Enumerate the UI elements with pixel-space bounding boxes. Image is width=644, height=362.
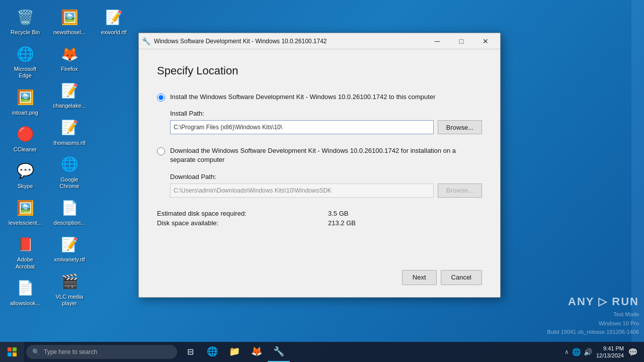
desktop-icon-recycle-bin[interactable]: 🗑️ Recycle Bin [5, 5, 45, 38]
taskbar-sdk-icon: 🔧 [273, 346, 284, 357]
adobe-label: Adobe Acrobat [7, 256, 43, 269]
desktop-icon-levelsscient[interactable]: 🖼️ levelsscient... [5, 196, 45, 228]
system-clock[interactable]: 9:41 PM 12/13/2024 [596, 345, 624, 359]
option1-label[interactable]: Install the Windows Software Development… [170, 93, 436, 102]
taskbar: 🔍 Type here to search ⊟ 🌐 📁 🦊 🔧 ∧ 🌐 🔊 [0, 342, 644, 362]
dialog-title-icon: 🔧 [142, 37, 150, 45]
exworld-icon: 📝 [104, 7, 124, 27]
notification-icon[interactable]: 💬 [628, 347, 638, 357]
maximize-button[interactable]: □ [450, 34, 473, 48]
edge-label: Microsoft Edge [7, 66, 43, 79]
vlc-label: VLC media player [51, 294, 88, 307]
watermark-os: Windows 10 Pro [547, 319, 639, 328]
taskbar-app-sdk[interactable]: 🔧 [268, 342, 290, 362]
disk-available-value: 213.2 GB [328, 219, 356, 227]
desktop-icon-thomasms[interactable]: 📝 thomasms.rtf [49, 116, 90, 148]
ccleaner-icon: 🔴 [15, 124, 35, 144]
clock-date: 12/13/2024 [596, 352, 624, 359]
svg-rect-2 [8, 352, 12, 356]
intoart-icon: 🖼️ [15, 87, 35, 108]
taskbar-task-view[interactable]: ⊟ [179, 342, 201, 362]
desktop-icon-intoart[interactable]: 🖼️ intoart.png [5, 85, 45, 118]
download-path-input [170, 184, 434, 198]
disk-estimated-row: Estimated disk space required: 3.5 GB [157, 210, 482, 217]
minimize-button[interactable]: ─ [426, 34, 449, 48]
next-button[interactable]: Next [402, 270, 437, 285]
levelsscient-label: levelsscient... [9, 220, 42, 226]
tray-chevron-icon[interactable]: ∧ [565, 348, 569, 355]
dialog-content: Specify Location Install the Windows Sof… [139, 49, 500, 262]
intoart-label: intoart.png [12, 110, 38, 116]
firefox-icon: 🦊 [59, 44, 79, 64]
disk-available-row: Disk space available: 213.2 GB [157, 219, 482, 227]
desktop-icon-skype[interactable]: 💬 Skype [5, 159, 45, 192]
taskbar-explorer-icon: 📁 [229, 346, 240, 357]
close-button[interactable]: ✕ [474, 34, 497, 48]
install-path-label: Install Path: [170, 110, 482, 117]
desktop-icon-newsthosel[interactable]: 🖼️ newsthosel... [49, 5, 90, 38]
svg-rect-0 [8, 347, 12, 351]
skype-label: Skype [18, 183, 33, 190]
desktop-icons-area: 🗑️ Recycle Bin 🌐 Microsoft Edge 🖼️ intoa… [5, 5, 131, 337]
taskbar-search[interactable]: 🔍 Type here to search [26, 345, 177, 359]
desktop-icon-exworld[interactable]: 📝 exworld.rtf [94, 5, 134, 38]
desktop-icon-chrome[interactable]: 🌐 Google Chrome [49, 152, 90, 192]
windows-logo-icon [8, 347, 17, 356]
desktop-icon-description[interactable]: 📄 description... [49, 196, 90, 228]
taskbar-right-area: ∧ 🌐 🔊 9:41 PM 12/13/2024 💬 [565, 345, 644, 359]
taskbar-app-firefox[interactable]: 🦊 [246, 342, 268, 362]
taskbar-firefox-icon: 🦊 [251, 346, 262, 357]
desktop-icon-allowslook[interactable]: 📄 allowslook... [5, 276, 45, 309]
download-path-label: Download Path: [170, 173, 482, 180]
vlc-icon: 🎬 [59, 272, 79, 292]
svg-rect-1 [13, 347, 17, 351]
option1-radio[interactable] [157, 94, 165, 102]
clock-time: 9:41 PM [603, 345, 624, 352]
dialog-footer: Next Cancel [139, 262, 500, 297]
desktop-icon-ccleaner[interactable]: 🔴 CCleaner [5, 122, 45, 155]
search-placeholder: Type here to search [44, 348, 97, 355]
sdk-installer-dialog: 🔧 Windows Software Development Kit - Win… [138, 33, 501, 298]
description-label: description... [54, 220, 85, 226]
watermark-area: ANY ▷ RUN Test Mode Windows 10 Pro Build… [547, 293, 639, 337]
dialog-title-text: Windows Software Development Kit - Windo… [154, 38, 426, 45]
dialog-titlebar: 🔧 Windows Software Development Kit - Win… [139, 33, 500, 49]
desktop-icon-firefox[interactable]: 🦊 Firefox [49, 42, 90, 74]
start-button[interactable] [0, 342, 24, 362]
adobe-icon: 📕 [15, 234, 35, 254]
exworld-label: exworld.rtf [101, 29, 127, 36]
desktop-icon-changelake[interactable]: 📝 changelake... [49, 78, 90, 111]
svg-rect-3 [13, 352, 17, 356]
desktop-icon-xmlvariety[interactable]: 📝 xmlvariety.rtf [49, 232, 90, 265]
desktop-icon-edge[interactable]: 🌐 Microsoft Edge [5, 42, 45, 81]
download-browse-button: Browse... [438, 184, 482, 198]
xmlvariety-icon: 📝 [59, 234, 79, 254]
newsthosel-icon: 🖼️ [59, 7, 79, 27]
cancel-button[interactable]: Cancel [441, 270, 482, 285]
taskbar-app-explorer[interactable]: 📁 [223, 342, 246, 362]
desktop-icon-vlc[interactable]: 🎬 VLC media player [49, 269, 90, 309]
search-icon: 🔍 [32, 348, 40, 355]
volume-icon: 🔊 [584, 348, 592, 356]
disk-estimated-value: 3.5 GB [328, 210, 348, 217]
ccleaner-label: CCleaner [14, 146, 37, 153]
option2-radio[interactable] [157, 147, 165, 155]
disk-space-info: Estimated disk space required: 3.5 GB Di… [157, 210, 482, 227]
option1-row: Install the Windows Software Development… [157, 93, 482, 102]
xmlvariety-label: xmlvariety.rtf [54, 256, 85, 263]
install-browse-button[interactable]: Browse... [438, 120, 482, 134]
description-icon: 📄 [59, 198, 79, 218]
taskbar-app-edge[interactable]: 🌐 [201, 342, 223, 362]
desktop-icon-adobe[interactable]: 📕 Adobe Acrobat [5, 232, 45, 272]
install-path-input-row: Browse... [170, 120, 482, 134]
dialog-window-controls: ─ □ ✕ [426, 34, 497, 48]
changelake-icon: 📝 [59, 80, 79, 101]
option2-label[interactable]: Download the Windows Software Developmen… [170, 146, 482, 164]
install-path-input[interactable] [170, 120, 434, 134]
anyrun-logo: ANY ▷ RUN [547, 293, 639, 310]
system-tray: ∧ 🌐 🔊 [565, 348, 592, 356]
install-path-section: Install Path: Browse... [170, 110, 482, 134]
chrome-icon: 🌐 [59, 154, 79, 174]
download-path-section: Download Path: Browse... [170, 173, 482, 198]
download-path-input-row: Browse... [170, 184, 482, 198]
